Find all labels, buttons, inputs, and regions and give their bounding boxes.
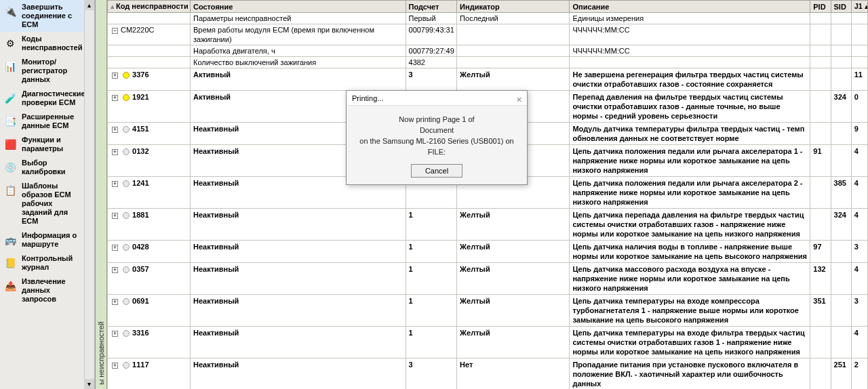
fault-row[interactable]: + 3376 Активный 3 Желтый Не завершена ре… [108,68,868,91]
cell-sid [831,13,851,24]
cell-sid [831,295,851,327]
col-state[interactable]: Состояние [190,1,406,13]
expand-icon[interactable]: + [112,331,118,337]
status-dot-icon [123,266,130,273]
cell-count: 000779:27:49 [406,45,457,57]
expand-icon[interactable]: + [112,95,118,101]
sidebar-item[interactable]: 🧪 Диагностические проверки ECM [0,87,85,110]
fault-row[interactable]: + 0357 Неактивный 1 Желтый Цепь датчика … [108,263,868,295]
printing-dialog: Printing... ✕ Now printing Page 1 of Doc… [346,90,528,185]
status-dot-icon [123,126,130,133]
cell-count: 000799:43:31 [406,24,457,45]
sidebar-item[interactable]: 📋 Шаблоны образов ECM рабочих заданий дл… [0,179,85,228]
expand-icon[interactable]: + [112,267,118,273]
cell-count: 1 [406,241,457,263]
col-desc[interactable]: Описание [570,1,810,13]
sidebar-item[interactable]: 📑 Расширенные данные ECM [0,110,85,133]
sidebar-item-label: Выбор калибровки [22,159,82,176]
col-sid[interactable]: SID [831,1,851,13]
close-icon[interactable]: ✕ [513,92,524,103]
sidebar-item-label: Извлечение данных запросов [22,277,82,304]
expand-icon[interactable]: + [112,149,118,155]
cell-code [108,13,191,24]
sidebar-item[interactable]: 🔌 Завершить соединение с ECM [0,0,85,32]
sidebar-item[interactable]: 📒 Контрольный журнал [0,251,85,274]
expand-icon[interactable]: + [112,127,118,133]
cell-sid [831,263,851,295]
sidebar-item-label: Завершить соединение с ECM [22,3,82,29]
sidebar-icon: 📤 [1,277,19,295]
fault-row[interactable]: + 1881 Неактивный 1 Желтый Цепь датчика … [108,209,868,241]
cell-ind: Желтый [457,241,570,263]
expand-icon[interactable]: + [112,299,118,305]
sidebar-item[interactable]: 🚌 Информация о маршруте [0,228,85,251]
sidebar-item[interactable]: ⚙ Коды неисправностей [0,32,85,55]
sidebar: 🔌 Завершить соединение с ECM⚙ Коды неисп… [0,0,95,389]
sidebar-icon: 🟥 [1,136,19,153]
table-row[interactable]: −CM2220C Время работы модуля ECM (время … [108,24,868,45]
col-j1[interactable]: J1 ▴ [851,1,867,13]
sidebar-item[interactable]: 📊 Монитор/регистратор данных [0,55,85,87]
sidebar-icon: 📊 [1,58,19,75]
cell-state: Количество выключений зажигания [190,57,406,68]
cell-desc [570,57,810,68]
sidebar-item-label: Расширенные данные ECM [22,112,82,130]
cell-j1: 4 [851,177,867,209]
table-row[interactable]: Наработка двигателя, ч 000779:27:49 ЧЧЧЧ… [108,45,868,57]
table-row[interactable]: Количество выключений зажигания 4382 [108,57,868,68]
cell-pid [810,68,831,91]
cell-sid [831,68,851,91]
status-dot-icon [123,212,130,219]
table-header-row: ▴Код неисправности Состояние Подсчет Инд… [108,1,868,13]
cell-pid: 132 [810,263,831,295]
expand-icon[interactable]: + [112,73,118,79]
sidebar-icon: 🔌 [1,3,19,20]
col-pid[interactable]: PID [810,1,831,13]
fault-row[interactable]: + 0691 Неактивный 1 Желтый Цепь датчика … [108,295,868,327]
fault-row[interactable]: + 3316 Неактивный 1 Желтый Цепь датчика … [108,327,868,359]
col-count[interactable]: Подсчет [406,1,457,13]
cell-code: + 0428 [108,241,191,263]
cell-desc: ЧЧЧЧЧЧ:ММ:СС [570,45,810,57]
sidebar-scrollbar[interactable]: ▴ ▾ [84,0,94,389]
col-code[interactable]: ▴Код неисправности [108,1,191,13]
cell-pid [810,327,831,359]
scroll-down-icon[interactable]: ▾ [84,379,94,389]
cancel-button[interactable]: Cancel [411,164,462,178]
fault-row[interactable]: + 1117 Неактивный 3 Нет Пропадание питан… [108,359,868,390]
sidebar-item[interactable]: 🟥 Функции и параметры [0,133,85,156]
fault-row[interactable]: + 0428 Неактивный 1 Желтый Цепь датчика … [108,241,868,263]
cell-ind: Желтый [457,209,570,241]
vertical-tab-faults[interactable]: ы неисправностей [95,0,107,389]
sidebar-item-label: Контрольный журнал [22,254,82,272]
cell-sid: 324 [831,91,851,123]
cell-code: + 4151 [108,123,191,145]
cell-j1: 4 [851,327,867,359]
expand-icon[interactable]: + [112,181,118,187]
cell-pid [810,123,831,145]
cell-desc: Цепь датчика положения педали или рычага… [570,177,810,209]
cell-j1: 9 [851,123,867,145]
cell-sid [831,145,851,177]
cell-ind [457,57,570,68]
expand-icon[interactable]: + [112,363,118,369]
cell-state: Неактивный [190,359,406,390]
scroll-up-icon[interactable]: ▴ [84,0,94,10]
cell-pid [810,91,831,123]
table-row[interactable]: Параметры неисправностей Первый Последни… [108,13,868,24]
expand-icon[interactable]: + [112,245,118,251]
cell-count: 3 [406,68,457,91]
expand-icon[interactable]: + [112,213,118,219]
cell-desc: Цепь датчика перепада давления на фильтр… [570,209,810,241]
cell-j1: 4 [851,263,867,295]
sidebar-item[interactable]: 💿 Выбор калибровки [0,156,85,179]
cell-j1: 2 [851,359,867,390]
sidebar-item[interactable]: 📤 Извлечение данных запросов [0,274,85,306]
dialog-titlebar[interactable]: Printing... ✕ [347,91,527,106]
cell-sid [831,57,851,68]
status-dot-icon [123,362,130,369]
cell-sid [831,241,851,263]
collapse-icon[interactable]: − [112,28,118,34]
cell-j1: 3 [851,241,867,263]
col-ind[interactable]: Индикатор [457,1,570,13]
